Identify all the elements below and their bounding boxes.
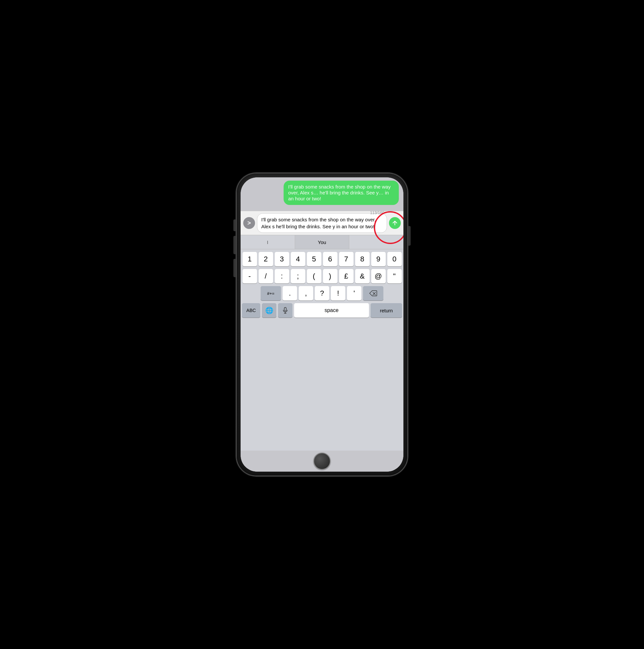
screen: I'll grab some snacks from the shop on t… (241, 177, 403, 472)
volume-down-button[interactable] (233, 259, 236, 277)
backspace-icon (369, 290, 377, 296)
message-input[interactable]: I'll grab some snacks from the shop on t… (257, 213, 387, 233)
key-slash[interactable]: / (259, 269, 273, 284)
key-4[interactable]: 4 (291, 252, 305, 266)
autocorrect-option-left[interactable]: I (241, 235, 295, 249)
message-input-text: I'll grab some snacks from the shop on t… (261, 216, 383, 230)
microphone-icon (283, 307, 287, 314)
key-dash[interactable]: - (242, 269, 257, 284)
phone-frame: I'll grab some snacks from the shop on t… (237, 173, 407, 476)
keyboard: 1 2 3 4 5 6 7 8 9 0 - / : ; ( (241, 249, 403, 450)
autocorrect-option-right[interactable] (349, 235, 403, 249)
home-button[interactable] (314, 452, 330, 470)
expand-icon: > (247, 220, 251, 227)
key-8[interactable]: 8 (355, 252, 370, 266)
key-quote[interactable]: " (387, 269, 402, 284)
sent-message-text: I'll grab some snacks from the shop on t… (288, 184, 390, 201)
svg-rect-2 (284, 307, 286, 311)
key-microphone[interactable] (278, 303, 292, 317)
key-colon[interactable]: : (275, 269, 289, 284)
key-2[interactable]: 2 (259, 252, 273, 266)
autocorrect-middle-text: You (318, 240, 326, 245)
expand-button[interactable]: > (243, 217, 255, 229)
keyboard-row-symbols1: - / : ; ( ) £ & @ " (242, 269, 402, 284)
key-period[interactable]: . (283, 286, 297, 301)
home-area (241, 450, 403, 472)
text-cursor (374, 224, 375, 229)
send-icon (392, 220, 398, 226)
key-comma[interactable]: , (299, 286, 313, 301)
key-pound[interactable]: £ (339, 269, 354, 284)
key-open-paren[interactable]: ( (307, 269, 321, 284)
autocorrect-left-text: I (267, 240, 268, 245)
key-0[interactable]: 0 (387, 252, 402, 266)
key-9[interactable]: 9 (371, 252, 386, 266)
send-area: 113/160 (389, 217, 401, 229)
input-row: > I'll grab some snacks from the shop on… (241, 211, 403, 235)
autocorrect-option-middle[interactable]: You (295, 235, 350, 249)
key-at[interactable]: @ (371, 269, 386, 284)
sent-message-bubble: I'll grab some snacks from the shop on t… (284, 181, 399, 205)
key-semicolon[interactable]: ; (291, 269, 305, 284)
keyboard-row-numbers: 1 2 3 4 5 6 7 8 9 0 (242, 252, 402, 266)
key-3[interactable]: 3 (275, 252, 289, 266)
key-return[interactable]: return (371, 303, 402, 317)
char-count: 113/160 (370, 211, 384, 215)
key-1[interactable]: 1 (242, 252, 257, 266)
key-apostrophe[interactable]: ' (347, 286, 361, 301)
key-exclamation[interactable]: ! (331, 286, 345, 301)
phone-inner: I'll grab some snacks from the shop on t… (241, 177, 403, 472)
send-button[interactable] (389, 217, 401, 229)
keyboard-row-symbols2: #+= . , ? ! ' (242, 286, 402, 301)
key-space[interactable]: space (294, 303, 369, 317)
key-7[interactable]: 7 (339, 252, 354, 266)
power-button[interactable] (408, 226, 411, 246)
keyboard-row-bottom: ABC 🌐 space return (242, 303, 402, 317)
key-question[interactable]: ? (315, 286, 329, 301)
key-abc[interactable]: ABC (242, 303, 260, 317)
autocorrect-bar: I You (241, 235, 403, 249)
key-5[interactable]: 5 (307, 252, 321, 266)
key-backspace[interactable] (363, 286, 383, 301)
key-ampersand[interactable]: & (355, 269, 370, 284)
volume-up-button[interactable] (233, 236, 236, 254)
mute-button[interactable] (233, 219, 236, 231)
message-area: I'll grab some snacks from the shop on t… (241, 177, 403, 211)
key-hashplusequals[interactable]: #+= (261, 286, 281, 301)
key-6[interactable]: 6 (323, 252, 337, 266)
key-close-paren[interactable]: ) (323, 269, 337, 284)
key-globe[interactable]: 🌐 (262, 303, 276, 317)
